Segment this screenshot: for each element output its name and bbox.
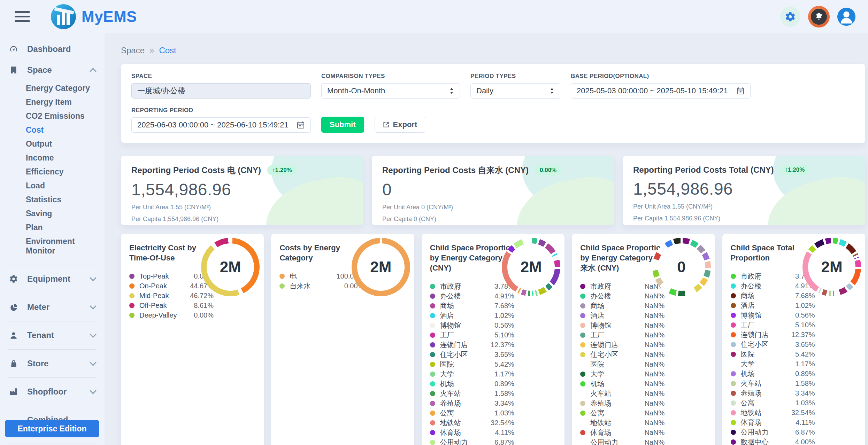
- legend-item[interactable]: On-Peak44.67%: [129, 281, 214, 291]
- legend-color-dot: [731, 332, 736, 337]
- legend-item[interactable]: 商场NaN%: [580, 301, 665, 311]
- sidebar-subitem-income[interactable]: Income: [26, 151, 97, 165]
- enterprise-edition-button[interactable]: Enterprise Edition: [5, 420, 99, 437]
- legend-item[interactable]: 商场7.68%: [430, 301, 514, 311]
- sidebar-subitem-energy-item[interactable]: Energy Item: [26, 95, 97, 109]
- space-input[interactable]: 一度城/办公楼: [131, 83, 311, 99]
- comparison-types-select[interactable]: Month-On-Month: [321, 83, 460, 99]
- legend-item[interactable]: 大学NaN%: [580, 369, 665, 379]
- legend-item[interactable]: 住宅小区3.65%: [731, 339, 815, 349]
- chart-card: Child Space Proportion by Energy Categor…: [572, 234, 715, 445]
- sidebar-subitem-output[interactable]: Output: [26, 137, 97, 151]
- sidebar-subitem-energy-category[interactable]: Energy Category: [26, 81, 97, 95]
- sidebar-item-space[interactable]: Space: [8, 60, 97, 80]
- sidebar-item-tenant[interactable]: Tenant: [8, 325, 97, 346]
- legend-item[interactable]: 博物馆NaN%: [580, 320, 665, 330]
- legend-item[interactable]: Off-Peak8.61%: [129, 300, 214, 310]
- reporting-period-input[interactable]: 2025-06-03 00:00:00 ~ 2025-06-10 15:49:2…: [131, 117, 311, 133]
- legend-item[interactable]: 市政府NaN%: [580, 281, 665, 291]
- sidebar-subitem-load[interactable]: Load: [26, 179, 97, 193]
- legend-item[interactable]: 养殖场3.34%: [430, 398, 514, 408]
- legend-item[interactable]: 办公楼4.91%: [430, 291, 514, 301]
- sidebar-subitem-cost[interactable]: Cost: [26, 123, 97, 137]
- legend-item[interactable]: 连锁门店12.37%: [430, 340, 514, 350]
- legend-item[interactable]: 机场0.89%: [430, 379, 514, 389]
- legend-item[interactable]: Deep-Valley0.00%: [129, 310, 214, 320]
- brand-logo[interactable]: MyEMS: [51, 4, 137, 29]
- legend-item[interactable]: 医院5.42%: [430, 359, 514, 369]
- legend-item[interactable]: 市政府3.78%: [731, 271, 815, 281]
- legend-item[interactable]: 医院5.42%: [731, 349, 815, 359]
- legend-item[interactable]: 连锁门店12.37%: [731, 330, 815, 339]
- legend-item[interactable]: 博物馆0.56%: [731, 310, 815, 320]
- legend-percent: 3.34%: [494, 399, 514, 407]
- legend-item[interactable]: 公用动力6.87%: [731, 427, 815, 437]
- submit-button[interactable]: Submit: [321, 117, 364, 133]
- legend-item[interactable]: Top-Peak0.00%: [129, 271, 214, 281]
- sidebar-subitem-environment-monitor[interactable]: Environment Monitor: [26, 234, 97, 258]
- legend-item[interactable]: 公寓1.03%: [430, 408, 514, 418]
- sidebar-item-label: Equipment: [27, 274, 70, 284]
- legend-item[interactable]: 公寓NaN%: [580, 408, 665, 418]
- legend-item[interactable]: 办公楼4.91%: [731, 281, 815, 291]
- legend-item[interactable]: 火车站1.58%: [731, 378, 815, 388]
- legend-item[interactable]: 博物馆0.56%: [430, 320, 514, 330]
- legend-item[interactable]: 市政府3.78%: [430, 281, 514, 291]
- legend-item[interactable]: 地铁站NaN%: [580, 418, 665, 428]
- legend-item[interactable]: 火车站NaN%: [580, 389, 665, 398]
- legend-item[interactable]: 体育场4.11%: [430, 428, 514, 437]
- sidebar-item-shopfloor[interactable]: Shopfloor: [8, 381, 97, 402]
- legend-percent: 3.65%: [795, 341, 815, 349]
- settings-gear-icon[interactable]: [780, 7, 800, 27]
- export-button[interactable]: Export: [375, 117, 425, 133]
- pie-icon: [9, 303, 20, 312]
- sidebar-item-store[interactable]: Store: [8, 353, 97, 374]
- legend-item[interactable]: 自来水0.00%: [279, 281, 364, 291]
- legend-item[interactable]: 酒店1.02%: [430, 311, 514, 320]
- sidebar-subitem-statistics[interactable]: Statistics: [26, 193, 97, 206]
- legend-item[interactable]: 连锁门店NaN%: [580, 340, 665, 350]
- legend-item[interactable]: 电100.00%: [279, 271, 364, 281]
- legend-item[interactable]: 工厂5.10%: [731, 320, 815, 330]
- sidebar-item-equipment[interactable]: Equipment: [8, 268, 97, 289]
- legend-item[interactable]: 公用动力6.87%: [430, 437, 514, 445]
- legend-percent: 1.58%: [795, 380, 815, 388]
- sidebar-item-dashboard[interactable]: Dashboard: [8, 39, 97, 60]
- legend-item[interactable]: 地铁站32.54%: [731, 408, 815, 417]
- legend-item[interactable]: Mid-Peak46.72%: [129, 291, 214, 300]
- legend-item[interactable]: 商场7.68%: [731, 291, 815, 300]
- legend-item[interactable]: 住宅小区NaN%: [580, 350, 665, 359]
- legend-item[interactable]: 公用动力NaN%: [580, 437, 665, 445]
- legend-item[interactable]: 酒店NaN%: [580, 311, 665, 320]
- legend-item[interactable]: 体育场NaN%: [580, 428, 665, 437]
- legend-item[interactable]: 地铁站32.54%: [430, 418, 514, 428]
- sidebar-subitem-plan[interactable]: Plan: [26, 220, 97, 234]
- sidebar-subitem-co2-emissions[interactable]: CO2 Emissions: [26, 109, 97, 123]
- legend-item[interactable]: 酒店1.02%: [731, 300, 815, 310]
- notifications-bell-icon[interactable]: [808, 6, 830, 28]
- base-period-input[interactable]: 2025-05-03 00:00:00 ~ 2025-05-10 15:49:2…: [571, 83, 751, 99]
- legend-item[interactable]: 医院NaN%: [580, 359, 665, 369]
- legend-item[interactable]: 办公楼NaN%: [580, 291, 665, 301]
- legend-item[interactable]: 工厂5.10%: [430, 330, 514, 340]
- legend-item[interactable]: 大学1.17%: [731, 359, 815, 369]
- sidebar-item-meter[interactable]: Meter: [8, 297, 97, 318]
- legend-item[interactable]: 公寓1.03%: [731, 398, 815, 408]
- legend-item[interactable]: 养殖场NaN%: [580, 398, 665, 408]
- sidebar-subitem-efficiency[interactable]: Efficiency: [26, 165, 97, 179]
- legend-item[interactable]: 机场NaN%: [580, 379, 665, 389]
- legend-color-dot: [430, 362, 435, 367]
- legend-item[interactable]: 体育场4.11%: [731, 417, 815, 427]
- legend-item[interactable]: 火车站1.58%: [430, 389, 514, 398]
- sidebar-subitem-saving[interactable]: Saving: [26, 206, 97, 220]
- legend-item[interactable]: 机场0.89%: [731, 369, 815, 378]
- menu-icon[interactable]: [15, 10, 33, 24]
- legend-item[interactable]: 养殖场3.34%: [731, 388, 815, 398]
- user-avatar-icon[interactable]: [837, 8, 855, 26]
- period-types-select[interactable]: Daily: [470, 83, 560, 99]
- legend-item[interactable]: 大学1.17%: [430, 369, 514, 379]
- legend-item[interactable]: 数据中心4.00%: [731, 437, 815, 445]
- legend-item[interactable]: 工厂NaN%: [580, 330, 665, 340]
- breadcrumb-space-link[interactable]: Space: [121, 46, 145, 55]
- legend-item[interactable]: 住宅小区3.65%: [430, 350, 514, 359]
